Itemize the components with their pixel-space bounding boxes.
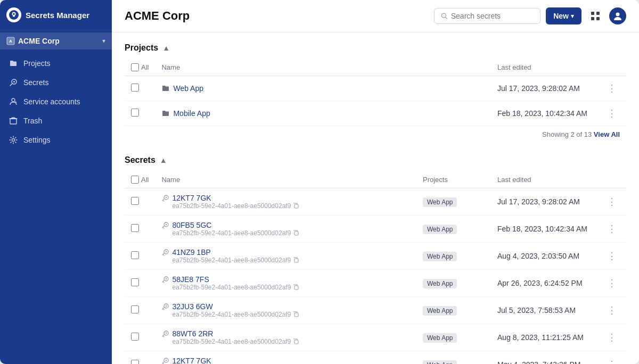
- secret-more-button[interactable]: ⋮: [604, 222, 620, 236]
- grid-view-button[interactable]: [587, 7, 604, 24]
- project-checkbox[interactable]: [131, 84, 139, 92]
- svg-point-12: [616, 13, 620, 16]
- projects-name-header: Name: [155, 59, 491, 76]
- secret-name-link[interactable]: 12KT7 7GK: [172, 357, 211, 364]
- table-row: 80FB5 5GC ea75b2fb-59e2-4a01-aee8-ae5000…: [125, 216, 626, 243]
- project-actions-cell: ⋮: [597, 76, 626, 101]
- project-checkbox[interactable]: [131, 109, 139, 117]
- projects-select-all-checkbox[interactable]: [131, 63, 139, 71]
- user-avatar[interactable]: [609, 7, 626, 24]
- secret-more-button[interactable]: ⋮: [604, 358, 620, 364]
- secret-project-badge[interactable]: Web App: [423, 306, 457, 316]
- project-name-cell: Mobile App: [155, 101, 491, 126]
- sidebar-item-service-accounts[interactable]: Service accounts: [0, 92, 112, 111]
- svg-rect-5: [10, 119, 17, 124]
- secret-checkbox[interactable]: [131, 224, 139, 232]
- copy-icon[interactable]: [293, 311, 299, 318]
- projects-section: Projects ▲ All Name: [125, 43, 626, 143]
- secrets-collapse-icon[interactable]: ▲: [160, 156, 167, 164]
- secret-more-button[interactable]: ⋮: [604, 249, 620, 263]
- svg-point-23: [166, 278, 167, 279]
- copy-icon[interactable]: [293, 284, 299, 291]
- secret-key-icon: [161, 303, 169, 312]
- secret-checkbox[interactable]: [131, 278, 139, 286]
- svg-point-6: [12, 139, 15, 142]
- projects-section-header: Projects ▲: [125, 43, 626, 53]
- secret-uuid: ea75b2fb-59e2-4a01-aee8-ae5000d02af9: [172, 229, 299, 237]
- org-selector[interactable]: A ACME Corp ▾: [0, 32, 112, 49]
- secret-more-button[interactable]: ⋮: [604, 195, 620, 209]
- secret-project-badge[interactable]: Web App: [423, 279, 457, 288]
- secret-checkbox[interactable]: [131, 251, 139, 259]
- new-button[interactable]: New ▾: [546, 7, 581, 24]
- new-button-label: New: [553, 12, 569, 20]
- secret-name-link[interactable]: 88WT6 2RR: [172, 329, 213, 338]
- secret-more-button[interactable]: ⋮: [604, 330, 620, 344]
- app-logo: [6, 7, 21, 22]
- sidebar-item-trash[interactable]: Trash: [0, 111, 112, 130]
- project-name-link[interactable]: Mobile App: [161, 109, 485, 118]
- table-row: 88WT6 2RR ea75b2fb-59e2-4a01-aee8-ae5000…: [125, 324, 626, 351]
- project-actions-cell: ⋮: [597, 101, 626, 126]
- main-header: ACME Corp New ▾: [112, 0, 639, 32]
- secret-checkbox[interactable]: [131, 197, 139, 205]
- secret-uuid: ea75b2fb-59e2-4a01-aee8-ae5000d02af9: [172, 284, 299, 291]
- secret-name-cell: 12KT7 7GK ea75b2fb-59e2-4a01-aee8-ae5000…: [155, 188, 416, 216]
- secret-name-link[interactable]: 32JU3 6GW: [172, 302, 212, 311]
- svg-point-26: [166, 305, 167, 307]
- secrets-select-all-checkbox[interactable]: [131, 176, 139, 184]
- svg-rect-21: [294, 259, 298, 262]
- sidebar-item-projects[interactable]: Projects: [0, 54, 112, 73]
- new-button-chevron: ▾: [571, 13, 574, 20]
- secret-project-badge[interactable]: Web App: [423, 252, 457, 261]
- secrets-last-edited-header: Last edited: [491, 171, 597, 188]
- search-box[interactable]: [434, 8, 540, 24]
- secret-name-link[interactable]: 12KT7 7GK: [172, 194, 211, 202]
- secret-project-badge[interactable]: Web App: [423, 225, 457, 234]
- secret-key-icon: [161, 249, 169, 258]
- secret-checkbox[interactable]: [131, 333, 139, 341]
- secret-name-link[interactable]: 80FB5 5GC: [172, 221, 211, 229]
- search-input[interactable]: [451, 12, 534, 20]
- secrets-all-header: All: [125, 171, 155, 188]
- secret-last-edited-cell: Aug 4, 2023, 2:03:50 AM: [491, 243, 597, 270]
- org-chevron: ▾: [102, 37, 105, 45]
- projects-view-all-link[interactable]: View All: [594, 130, 620, 138]
- secret-last-edited-cell: Apr 26, 2023, 6:24:52 PM: [491, 270, 597, 297]
- secret-project-badge[interactable]: Web App: [423, 333, 457, 343]
- projects-collapse-icon[interactable]: ▲: [162, 44, 170, 52]
- copy-icon[interactable]: [293, 257, 299, 263]
- copy-icon[interactable]: [293, 230, 299, 236]
- copy-icon[interactable]: [293, 203, 299, 209]
- secret-name-link[interactable]: 41NZ9 1BP: [172, 248, 210, 257]
- svg-text:A: A: [9, 39, 12, 44]
- secret-more-button[interactable]: ⋮: [604, 303, 620, 317]
- secret-name-link[interactable]: 58JE8 7FS: [172, 275, 209, 284]
- sidebar-service-accounts-label: Service accounts: [23, 97, 80, 106]
- project-more-button[interactable]: ⋮: [604, 106, 620, 120]
- secrets-section-title: Secrets: [125, 155, 155, 165]
- svg-rect-9: [596, 12, 600, 15]
- sidebar-item-secrets[interactable]: Secrets: [0, 73, 112, 92]
- secret-last-edited-cell: Jul 5, 2023, 7:58:53 AM: [491, 297, 597, 324]
- sidebar-item-settings[interactable]: Settings: [0, 130, 112, 150]
- secret-project-badge[interactable]: Web App: [423, 360, 457, 364]
- secret-actions-cell: ⋮: [597, 216, 626, 243]
- project-more-button[interactable]: ⋮: [604, 81, 620, 95]
- copy-icon[interactable]: [293, 338, 299, 345]
- projects-showing-text: Showing 2 of 13: [542, 130, 592, 138]
- secret-actions-cell: ⋮: [597, 188, 626, 216]
- header-actions: New ▾: [434, 7, 626, 24]
- projects-table: All Name Last edited Web App: [125, 59, 626, 126]
- secret-name-cell: 12KT7 7GK ea75b2fb-59e2-4a01-aee8-ae5000…: [155, 351, 416, 365]
- secret-checkbox[interactable]: [131, 305, 139, 313]
- secret-checkbox-cell: [125, 243, 155, 270]
- svg-rect-11: [596, 17, 600, 20]
- secrets-projects-header: Projects: [416, 171, 491, 188]
- secret-project-badge[interactable]: Web App: [423, 197, 457, 207]
- secret-checkbox[interactable]: [131, 360, 139, 364]
- svg-rect-24: [294, 286, 298, 289]
- secret-more-button[interactable]: ⋮: [604, 276, 620, 290]
- table-row: 12KT7 7GK ea75b2fb-59e2-4a01-aee8-ae5000…: [125, 188, 626, 216]
- project-name-link[interactable]: Web App: [161, 84, 485, 93]
